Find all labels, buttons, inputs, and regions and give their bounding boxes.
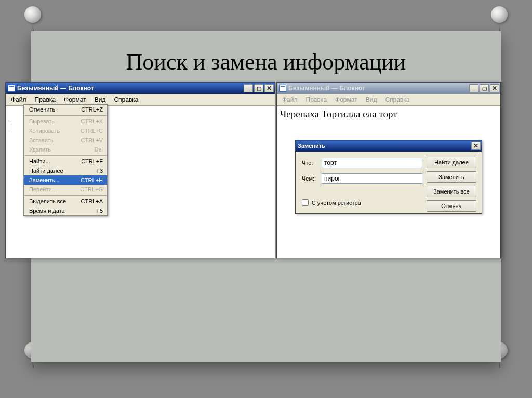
menu-item-shortcut: Del [94, 146, 103, 153]
menu-item-отменить[interactable]: ОтменитьCTRL+Z [24, 105, 107, 114]
menubar: Файл Правка Формат Вид Справка [277, 94, 500, 106]
notepad-icon [8, 85, 15, 92]
notepad-window-left: Безымянный — Блокнот _ ▢ ✕ Файл Правка Ф… [5, 82, 275, 258]
titlebar[interactable]: Безымянный — Блокнот _ ▢ ✕ [277, 83, 500, 94]
dialog-close-button[interactable]: ✕ [471, 142, 481, 150]
minimize-button[interactable]: _ [244, 84, 253, 92]
menu-edit[interactable]: Правка [31, 95, 60, 104]
menu-item-shortcut: CTRL+A [81, 198, 103, 204]
find-what-input[interactable] [322, 158, 422, 168]
menu-format[interactable]: Формат [331, 95, 362, 104]
menu-item-label: Найти далее [29, 168, 63, 174]
menu-item-shortcut: CTRL+F [81, 158, 103, 164]
match-case-label: С учетом регистра [312, 200, 361, 206]
slide-title: Поиск и замена информации [36, 49, 496, 75]
find-next-button[interactable]: Найти далее [427, 157, 476, 168]
menu-format[interactable]: Формат [60, 95, 90, 104]
menu-edit[interactable]: Правка [302, 95, 331, 104]
dialog-title: Заменить [298, 143, 325, 149]
close-button[interactable]: ✕ [264, 84, 274, 92]
menu-item-вставить: ВставитьCTRL+V [24, 135, 107, 145]
menu-item-label: Вырезать [29, 118, 55, 125]
dialog-titlebar[interactable]: Заменить ✕ [296, 140, 482, 152]
menu-item-копировать: КопироватьCTRL+C [24, 126, 107, 135]
menu-item-label: Копировать [29, 128, 60, 134]
menu-item-время и дата[interactable]: Время и датаF5 [24, 206, 107, 215]
menu-item-shortcut: CTRL+Z [81, 106, 103, 113]
menu-file[interactable]: Файл [278, 95, 302, 104]
menu-item-заменить[interactable]: Заменить...CTRL+H [24, 175, 107, 185]
menu-item-найти[interactable]: Найти...CTRL+F [24, 157, 107, 166]
menu-item-найти далее[interactable]: Найти далееF3 [24, 166, 107, 175]
maximize-button[interactable]: ▢ [254, 84, 263, 92]
menu-item-shortcut: CTRL+X [81, 118, 103, 125]
menu-file[interactable]: Файл [7, 95, 31, 104]
close-button[interactable]: ✕ [490, 84, 499, 92]
menu-item-shortcut: F3 [96, 168, 103, 174]
menu-item-shortcut: CTRL+V [81, 137, 103, 143]
menu-item-label: Удалить [29, 146, 51, 153]
cancel-button[interactable]: Отмена [427, 200, 476, 212]
minimize-button[interactable]: _ [469, 84, 478, 92]
menu-item-label: Заменить... [29, 177, 60, 183]
menu-item-перейти: Перейти...CTRL+G [24, 185, 107, 194]
window-title: Безымянный — Блокнот [17, 85, 94, 92]
menu-item-label: Перейти... [29, 186, 57, 193]
menu-item-удалить: УдалитьDel [24, 145, 107, 154]
replace-all-button[interactable]: Заменить все [427, 186, 476, 197]
menu-view[interactable]: Вид [90, 95, 110, 104]
menu-help[interactable]: Справка [110, 95, 142, 104]
edit-dropdown-menu: ОтменитьCTRL+ZВырезатьCTRL+XКопироватьCT… [23, 104, 108, 216]
titlebar[interactable]: Безымянный — Блокнот _ ▢ ✕ [6, 83, 275, 94]
menu-item-label: Время и дата [29, 208, 65, 214]
menu-item-label: Найти... [29, 158, 50, 164]
replace-dialog: Заменить ✕ Что: Чем: С учетом регистра [295, 140, 482, 214]
with-label: Чем: [302, 175, 318, 182]
menu-item-выделить все[interactable]: Выделить всеCTRL+A [24, 197, 107, 206]
text-cursor [9, 121, 9, 131]
notepad-icon [279, 85, 286, 92]
slide-board: Поиск и замена информации Безымянный — Б… [31, 31, 501, 362]
menu-item-shortcut: CTRL+C [81, 128, 103, 134]
menu-item-shortcut: CTRL+H [81, 177, 103, 183]
what-label: Что: [302, 160, 318, 166]
notepad-window-right: Безымянный — Блокнот _ ▢ ✕ Файл Правка Ф… [276, 82, 501, 258]
menu-item-label: Выделить все [29, 198, 66, 204]
menu-view[interactable]: Вид [362, 95, 381, 104]
menu-item-shortcut: F5 [96, 208, 103, 214]
replace-button[interactable]: Заменить [427, 171, 476, 183]
menu-item-label: Отменить [29, 106, 55, 113]
menu-item-label: Вставить [29, 137, 54, 143]
replace-with-input[interactable] [322, 173, 422, 184]
menu-item-shortcut: CTRL+G [80, 186, 103, 193]
menu-help[interactable]: Справка [381, 95, 414, 104]
window-title: Безымянный — Блокнот [288, 85, 365, 92]
menu-item-вырезать: ВырезатьCTRL+X [24, 117, 107, 126]
maximize-button[interactable]: ▢ [480, 84, 489, 92]
text-content: Черепаха Тортилла ела торт [280, 108, 397, 119]
match-case-checkbox[interactable] [302, 199, 309, 206]
